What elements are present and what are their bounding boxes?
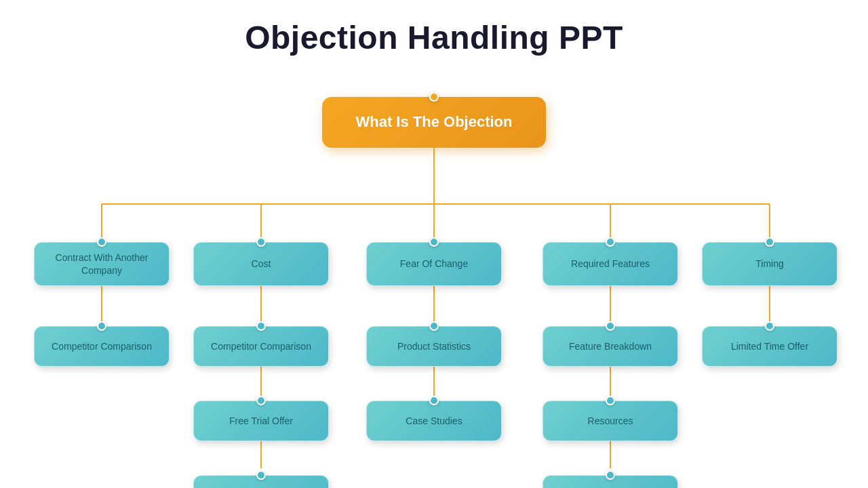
dot-col4-top bbox=[606, 237, 615, 247]
col2-3-label: Free Trial Offer bbox=[229, 415, 293, 427]
page-title: Objection Handling PPT bbox=[245, 19, 623, 56]
node-col5: Timing bbox=[702, 242, 837, 286]
node-col3-3: Case Studies bbox=[366, 401, 502, 441]
col4-3-label: Resources bbox=[588, 415, 633, 427]
node-col3: Fear Of Change bbox=[366, 242, 502, 286]
dot-col2-2-top bbox=[256, 321, 266, 331]
root-label: What Is The Objection bbox=[355, 113, 512, 132]
dot-col4-3-top bbox=[606, 396, 615, 405]
node-col1: Contract With Another Company bbox=[34, 242, 170, 286]
node-col4: Required Features bbox=[542, 242, 678, 286]
col2-2-label: Competitor Comparison bbox=[211, 340, 311, 352]
dot-col1-2-top bbox=[97, 321, 106, 331]
dot-col2-top bbox=[256, 237, 266, 247]
col5-2-label: Limited Time Offer bbox=[731, 340, 808, 352]
dot-col3-top bbox=[429, 237, 439, 247]
col4-label: Required Features bbox=[571, 258, 650, 270]
col1-label: Contract With Another Company bbox=[35, 251, 169, 276]
dot-col2-4-top bbox=[256, 470, 266, 480]
col3-2-label: Product Statistics bbox=[397, 340, 471, 352]
node-col2-3: Free Trial Offer bbox=[193, 401, 329, 441]
node-col5-2: Limited Time Offer bbox=[702, 326, 837, 367]
col4-2-label: Feature Breakdown bbox=[569, 340, 652, 352]
dot-col1-top bbox=[97, 237, 106, 247]
col5-label: Timing bbox=[755, 258, 784, 270]
col3-label: Fear Of Change bbox=[400, 258, 468, 270]
node-col4-2: Feature Breakdown bbox=[542, 326, 678, 367]
dot-col4-2-top bbox=[606, 321, 615, 331]
dot-col5-top bbox=[765, 237, 774, 247]
root-node: What Is The Objection bbox=[322, 97, 546, 148]
node-col3-2: Product Statistics bbox=[366, 326, 502, 367]
col2-label: Cost bbox=[252, 258, 271, 270]
node-col1-2: Competitor Comparison bbox=[34, 326, 170, 367]
dot-col5-2-top bbox=[765, 321, 774, 331]
col1-2-label: Competitor Comparison bbox=[52, 340, 152, 352]
node-col4-3: Resources bbox=[542, 401, 678, 441]
node-col2: Cost bbox=[193, 242, 329, 286]
root-top-dot bbox=[429, 92, 439, 102]
dot-col3-3-top bbox=[429, 396, 439, 405]
dot-col2-3-top bbox=[256, 396, 266, 405]
col3-3-label: Case Studies bbox=[406, 415, 462, 427]
node-col2-2: Competitor Comparison bbox=[193, 326, 329, 367]
diagram-container: What Is The Objection Contract With Anot… bbox=[14, 68, 854, 468]
dot-col3-2-top bbox=[429, 321, 439, 331]
dot-col4-4-top bbox=[606, 470, 615, 480]
